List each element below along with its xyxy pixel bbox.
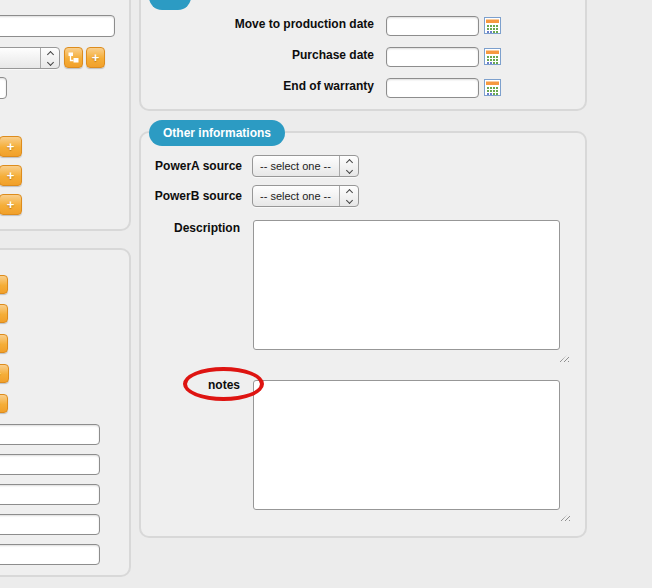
calendar-picker-button[interactable]: [484, 17, 501, 34]
power-a-source-label: PowerA source: [141, 159, 242, 173]
power-b-source-select[interactable]: -- select one --: [252, 185, 359, 207]
purchase-date-input[interactable]: [386, 47, 479, 67]
tab-other-informations[interactable]: Other informations: [149, 120, 285, 146]
left-field-input[interactable]: [0, 544, 100, 565]
calendar-picker-icon: [484, 48, 501, 65]
power-a-source-value: -- select one --: [253, 160, 339, 172]
calendar-picker-button[interactable]: [484, 48, 501, 65]
row-action-button[interactable]: +: [0, 275, 8, 294]
chevron-up-icon: [345, 158, 352, 165]
chevron-up-icon: [345, 188, 352, 195]
add-row-button[interactable]: +: [0, 194, 22, 215]
left-field-input[interactable]: [0, 514, 100, 535]
left-field-input[interactable]: [0, 484, 100, 505]
purchase-date-label: Purchase date: [141, 48, 374, 62]
end-of-warranty-label: End of warranty: [141, 79, 374, 93]
power-b-source-label: PowerB source: [141, 189, 242, 203]
power-b-source-value: -- select one --: [253, 190, 339, 202]
notes-textarea[interactable]: [253, 380, 560, 510]
select-stepper: [339, 156, 358, 176]
description-textarea[interactable]: [253, 220, 560, 350]
select-stepper: [40, 48, 59, 68]
power-a-source-select[interactable]: -- select one --: [252, 155, 359, 177]
calendar-picker-button[interactable]: [484, 79, 501, 96]
row-action-button[interactable]: +: [0, 364, 9, 383]
select-stepper: [339, 186, 358, 206]
tree-hierarchy-icon: [67, 51, 80, 64]
dates-panel: Move to production date Purchase date: [139, 0, 587, 111]
left-name-input[interactable]: [0, 15, 115, 37]
notes-label: notes: [141, 378, 240, 392]
tree-view-button[interactable]: [64, 47, 83, 68]
left-field-input[interactable]: [0, 424, 100, 445]
add-row-button[interactable]: +: [0, 165, 22, 186]
end-of-warranty-input[interactable]: [386, 78, 479, 98]
move-to-production-date-label: Move to production date: [141, 17, 374, 31]
chevron-up-icon: [46, 50, 53, 57]
left-top-panel: + + + +: [0, 0, 131, 231]
add-type-button[interactable]: +: [86, 47, 105, 68]
left-field-input[interactable]: [0, 454, 100, 475]
calendar-picker-icon: [484, 79, 501, 96]
row-action-button[interactable]: +: [0, 334, 8, 353]
move-to-production-date-input[interactable]: [386, 16, 479, 36]
row-action-button[interactable]: +: [0, 394, 8, 413]
resize-grip-icon[interactable]: [560, 513, 570, 521]
other-informations-panel: Other informations PowerA source -- sele…: [139, 131, 587, 538]
left-partial-input[interactable]: [0, 77, 7, 99]
left-type-select[interactable]: [0, 47, 60, 69]
chevron-down-icon: [345, 166, 352, 173]
chevron-down-icon: [345, 196, 352, 203]
calendar-picker-icon: [484, 17, 501, 34]
partial-tab[interactable]: [149, 0, 191, 10]
left-bottom-panel: + + + + +: [0, 248, 131, 577]
row-action-button[interactable]: +: [0, 304, 8, 323]
description-label: Description: [141, 221, 240, 235]
add-row-button[interactable]: +: [0, 136, 22, 157]
chevron-down-icon: [46, 58, 53, 65]
resize-grip-icon[interactable]: [559, 354, 569, 362]
